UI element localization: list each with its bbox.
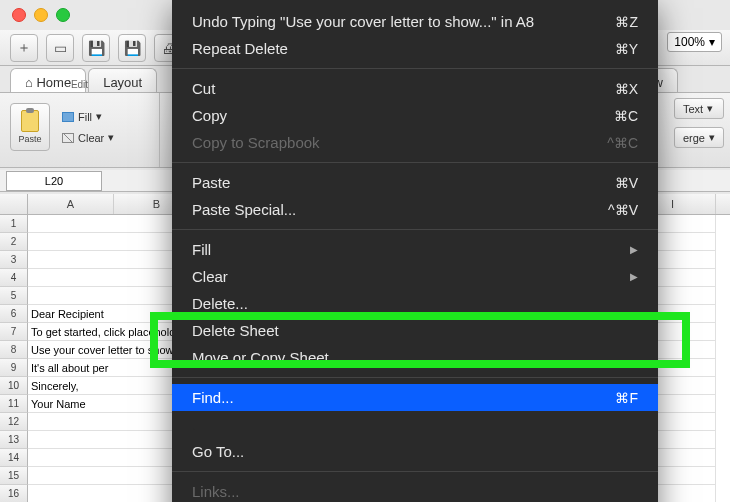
menu-repeat-shortcut: ⌘Y (615, 41, 638, 57)
zoom-selector[interactable]: 100% ▾ (667, 32, 722, 52)
menu-find-shortcut: ⌘F (615, 390, 638, 406)
row-header[interactable]: 11 (0, 395, 28, 413)
text-label: Text (683, 103, 703, 115)
paste-button[interactable]: Paste (10, 103, 50, 151)
chevron-down-icon: ▾ (707, 102, 713, 115)
menu-repeat[interactable]: Repeat Delete ⌘Y (172, 35, 658, 62)
menu-paste-shortcut: ⌘V (615, 175, 638, 191)
clipboard-icon (21, 110, 39, 132)
save-button[interactable]: 💾 (82, 34, 110, 62)
menu-separator (172, 377, 658, 378)
merge-label: erge (683, 132, 705, 144)
menu-delete-sheet-label: Delete Sheet (192, 322, 279, 339)
menu-undo-shortcut: ⌘Z (615, 14, 638, 30)
maximize-window-button[interactable] (56, 8, 70, 22)
row-header[interactable]: 15 (0, 467, 28, 485)
menu-scrapbook-label: Copy to Scrapbook (192, 134, 320, 151)
menu-delete-sheet[interactable]: Delete Sheet (172, 317, 658, 344)
menu-delete[interactable]: Delete... (172, 290, 658, 317)
menu-copy-scrapbook: Copy to Scrapbook ^⌘C (172, 129, 658, 156)
menu-copy[interactable]: Copy ⌘C (172, 102, 658, 129)
chevron-down-icon: ▾ (108, 131, 114, 144)
zoom-value: 100% (674, 35, 705, 49)
menu-separator (172, 229, 658, 230)
menu-separator (172, 471, 658, 472)
row-header[interactable]: 13 (0, 431, 28, 449)
new-file-button[interactable]: ＋ (10, 34, 38, 62)
menu-paste-label: Paste (192, 174, 230, 191)
col-header-a[interactable]: A (28, 194, 114, 214)
menu-separator (172, 162, 658, 163)
edit-menu: Undo Typing "Use your cover letter to sh… (172, 0, 658, 502)
menu-cut[interactable]: Cut ⌘X (172, 75, 658, 102)
menu-fill-label: Fill (192, 241, 211, 258)
menu-move-copy-sheet[interactable]: Move or Copy Sheet... (172, 344, 658, 371)
row-header[interactable]: 2 (0, 233, 28, 251)
text-dropdown[interactable]: Text ▾ (674, 98, 724, 119)
eraser-icon (62, 133, 74, 143)
name-box[interactable]: L20 (6, 171, 102, 191)
select-all-corner[interactable] (0, 194, 28, 214)
menu-paste[interactable]: Paste ⌘V (172, 169, 658, 196)
minimize-window-button[interactable] (34, 8, 48, 22)
row-header[interactable]: 1 (0, 215, 28, 233)
menu-fill[interactable]: Fill ▶ (172, 236, 658, 263)
window-controls (12, 8, 70, 22)
save-as-button[interactable]: 💾 (118, 34, 146, 62)
open-button[interactable]: ▭ (46, 34, 74, 62)
menu-scrapbook-shortcut: ^⌘C (607, 135, 638, 151)
menu-clear[interactable]: Clear ▶ (172, 263, 658, 290)
row-header[interactable]: 16 (0, 485, 28, 502)
row-header[interactable]: 10 (0, 377, 28, 395)
menu-find[interactable]: Find... ⌘F (172, 384, 658, 411)
row-header[interactable]: 7 (0, 323, 28, 341)
row-header[interactable]: 6 (0, 305, 28, 323)
menu-paste-special[interactable]: Paste Special... ^⌘V (172, 196, 658, 223)
submenu-arrow-icon: ▶ (630, 271, 638, 282)
menu-undo[interactable]: Undo Typing "Use your cover letter to sh… (172, 8, 658, 35)
row-header[interactable]: 4 (0, 269, 28, 287)
menu-clear-label: Clear (192, 268, 228, 285)
menu-delete-label: Delete... (192, 295, 248, 312)
menu-cut-label: Cut (192, 80, 215, 97)
merge-dropdown[interactable]: erge ▾ (674, 127, 724, 148)
row-header[interactable]: 14 (0, 449, 28, 467)
menu-hidden-row: . (172, 411, 658, 438)
name-box-value: L20 (45, 175, 63, 187)
menu-copy-shortcut: ⌘C (614, 108, 638, 124)
ribbon-right-group: Text ▾ erge ▾ (674, 96, 724, 150)
clear-button[interactable]: Clear ▾ (58, 129, 118, 146)
paste-label: Paste (18, 134, 41, 144)
row-header[interactable]: 8 (0, 341, 28, 359)
menu-copy-label: Copy (192, 107, 227, 124)
menu-repeat-label: Repeat Delete (192, 40, 288, 57)
chevron-down-icon: ▾ (709, 35, 715, 49)
row-header[interactable]: 3 (0, 251, 28, 269)
fill-button[interactable]: Fill ▾ (58, 108, 118, 125)
fill-icon (62, 112, 74, 122)
close-window-button[interactable] (12, 8, 26, 22)
menu-paste-special-label: Paste Special... (192, 201, 296, 218)
menu-goto[interactable]: Go To... (172, 438, 658, 465)
fill-label: Fill (78, 111, 92, 123)
chevron-down-icon: ▾ (709, 131, 715, 144)
menu-goto-label: Go To... (192, 443, 244, 460)
menu-separator (172, 68, 658, 69)
menu-move-copy-label: Move or Copy Sheet... (192, 349, 341, 366)
menu-links-label: Links... (192, 483, 240, 500)
ribbon-group-edit-title: Edit (0, 79, 159, 90)
clear-label: Clear (78, 132, 104, 144)
menu-cut-shortcut: ⌘X (615, 81, 638, 97)
submenu-arrow-icon: ▶ (630, 244, 638, 255)
row-header[interactable]: 12 (0, 413, 28, 431)
menu-links: Links... (172, 478, 658, 502)
menu-undo-label: Undo Typing "Use your cover letter to sh… (192, 13, 534, 30)
row-header[interactable]: 5 (0, 287, 28, 305)
menu-find-label: Find... (192, 389, 234, 406)
row-header[interactable]: 9 (0, 359, 28, 377)
chevron-down-icon: ▾ (96, 110, 102, 123)
menu-paste-special-shortcut: ^⌘V (608, 202, 638, 218)
